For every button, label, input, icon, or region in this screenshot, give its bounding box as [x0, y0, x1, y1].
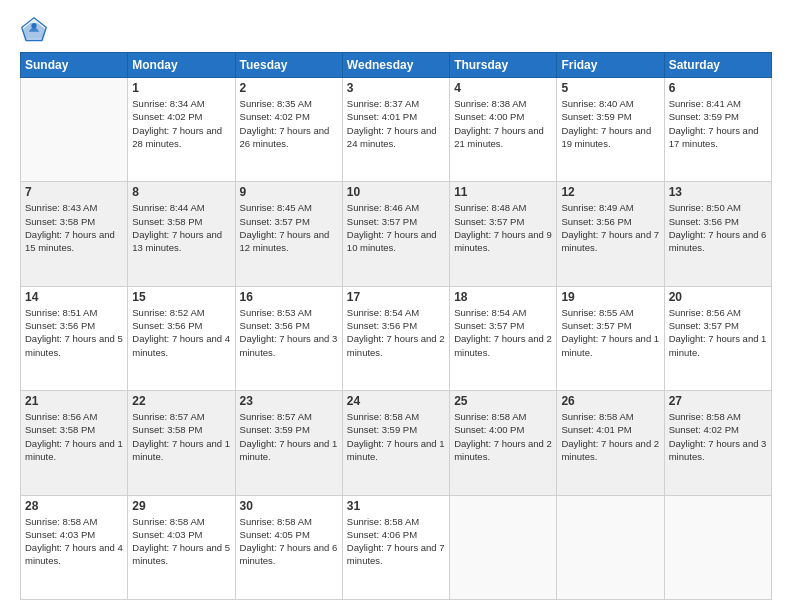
weekday-header-monday: Monday [128, 53, 235, 78]
calendar-day-cell: 22Sunrise: 8:57 AMSunset: 3:58 PMDayligh… [128, 391, 235, 495]
calendar-day-cell: 13Sunrise: 8:50 AMSunset: 3:56 PMDayligh… [664, 182, 771, 286]
day-number: 28 [25, 499, 123, 513]
day-info: Sunrise: 8:54 AMSunset: 3:56 PMDaylight:… [347, 306, 445, 359]
day-info: Sunrise: 8:40 AMSunset: 3:59 PMDaylight:… [561, 97, 659, 150]
day-number: 20 [669, 290, 767, 304]
day-number: 25 [454, 394, 552, 408]
calendar-day-cell: 9Sunrise: 8:45 AMSunset: 3:57 PMDaylight… [235, 182, 342, 286]
weekday-header-sunday: Sunday [21, 53, 128, 78]
day-info: Sunrise: 8:58 AMSunset: 4:01 PMDaylight:… [561, 410, 659, 463]
calendar-day-cell: 12Sunrise: 8:49 AMSunset: 3:56 PMDayligh… [557, 182, 664, 286]
day-info: Sunrise: 8:44 AMSunset: 3:58 PMDaylight:… [132, 201, 230, 254]
calendar-table: SundayMondayTuesdayWednesdayThursdayFrid… [20, 52, 772, 600]
day-number: 1 [132, 81, 230, 95]
day-info: Sunrise: 8:58 AMSunset: 3:59 PMDaylight:… [347, 410, 445, 463]
calendar-week-row: 7Sunrise: 8:43 AMSunset: 3:58 PMDaylight… [21, 182, 772, 286]
header [20, 16, 772, 44]
logo-icon [20, 16, 48, 44]
calendar-day-cell: 20Sunrise: 8:56 AMSunset: 3:57 PMDayligh… [664, 286, 771, 390]
day-number: 13 [669, 185, 767, 199]
calendar-day-cell [450, 495, 557, 599]
day-number: 27 [669, 394, 767, 408]
day-number: 7 [25, 185, 123, 199]
calendar-day-cell: 18Sunrise: 8:54 AMSunset: 3:57 PMDayligh… [450, 286, 557, 390]
calendar-day-cell: 8Sunrise: 8:44 AMSunset: 3:58 PMDaylight… [128, 182, 235, 286]
weekday-header-row: SundayMondayTuesdayWednesdayThursdayFrid… [21, 53, 772, 78]
day-number: 8 [132, 185, 230, 199]
calendar-week-row: 14Sunrise: 8:51 AMSunset: 3:56 PMDayligh… [21, 286, 772, 390]
day-info: Sunrise: 8:52 AMSunset: 3:56 PMDaylight:… [132, 306, 230, 359]
calendar-day-cell: 21Sunrise: 8:56 AMSunset: 3:58 PMDayligh… [21, 391, 128, 495]
day-number: 23 [240, 394, 338, 408]
day-info: Sunrise: 8:58 AMSunset: 4:03 PMDaylight:… [25, 515, 123, 568]
weekday-header-saturday: Saturday [664, 53, 771, 78]
day-info: Sunrise: 8:41 AMSunset: 3:59 PMDaylight:… [669, 97, 767, 150]
day-info: Sunrise: 8:38 AMSunset: 4:00 PMDaylight:… [454, 97, 552, 150]
calendar-day-cell: 29Sunrise: 8:58 AMSunset: 4:03 PMDayligh… [128, 495, 235, 599]
day-number: 15 [132, 290, 230, 304]
logo [20, 16, 52, 44]
day-number: 19 [561, 290, 659, 304]
day-info: Sunrise: 8:50 AMSunset: 3:56 PMDaylight:… [669, 201, 767, 254]
calendar-page: SundayMondayTuesdayWednesdayThursdayFrid… [0, 0, 792, 612]
calendar-day-cell: 26Sunrise: 8:58 AMSunset: 4:01 PMDayligh… [557, 391, 664, 495]
day-number: 29 [132, 499, 230, 513]
calendar-day-cell: 6Sunrise: 8:41 AMSunset: 3:59 PMDaylight… [664, 78, 771, 182]
day-info: Sunrise: 8:58 AMSunset: 4:00 PMDaylight:… [454, 410, 552, 463]
day-info: Sunrise: 8:58 AMSunset: 4:02 PMDaylight:… [669, 410, 767, 463]
day-number: 26 [561, 394, 659, 408]
day-number: 11 [454, 185, 552, 199]
calendar-day-cell: 5Sunrise: 8:40 AMSunset: 3:59 PMDaylight… [557, 78, 664, 182]
calendar-day-cell: 24Sunrise: 8:58 AMSunset: 3:59 PMDayligh… [342, 391, 449, 495]
day-info: Sunrise: 8:57 AMSunset: 3:59 PMDaylight:… [240, 410, 338, 463]
weekday-header-friday: Friday [557, 53, 664, 78]
calendar-day-cell: 14Sunrise: 8:51 AMSunset: 3:56 PMDayligh… [21, 286, 128, 390]
calendar-week-row: 28Sunrise: 8:58 AMSunset: 4:03 PMDayligh… [21, 495, 772, 599]
calendar-day-cell: 15Sunrise: 8:52 AMSunset: 3:56 PMDayligh… [128, 286, 235, 390]
day-number: 6 [669, 81, 767, 95]
day-info: Sunrise: 8:43 AMSunset: 3:58 PMDaylight:… [25, 201, 123, 254]
calendar-day-cell: 31Sunrise: 8:58 AMSunset: 4:06 PMDayligh… [342, 495, 449, 599]
day-number: 18 [454, 290, 552, 304]
calendar-day-cell [664, 495, 771, 599]
day-number: 30 [240, 499, 338, 513]
day-number: 10 [347, 185, 445, 199]
day-number: 14 [25, 290, 123, 304]
calendar-day-cell: 27Sunrise: 8:58 AMSunset: 4:02 PMDayligh… [664, 391, 771, 495]
day-number: 4 [454, 81, 552, 95]
calendar-day-cell: 28Sunrise: 8:58 AMSunset: 4:03 PMDayligh… [21, 495, 128, 599]
calendar-week-row: 1Sunrise: 8:34 AMSunset: 4:02 PMDaylight… [21, 78, 772, 182]
day-info: Sunrise: 8:48 AMSunset: 3:57 PMDaylight:… [454, 201, 552, 254]
calendar-day-cell: 2Sunrise: 8:35 AMSunset: 4:02 PMDaylight… [235, 78, 342, 182]
day-info: Sunrise: 8:56 AMSunset: 3:57 PMDaylight:… [669, 306, 767, 359]
day-info: Sunrise: 8:46 AMSunset: 3:57 PMDaylight:… [347, 201, 445, 254]
calendar-day-cell: 3Sunrise: 8:37 AMSunset: 4:01 PMDaylight… [342, 78, 449, 182]
calendar-day-cell [21, 78, 128, 182]
calendar-week-row: 21Sunrise: 8:56 AMSunset: 3:58 PMDayligh… [21, 391, 772, 495]
calendar-day-cell: 19Sunrise: 8:55 AMSunset: 3:57 PMDayligh… [557, 286, 664, 390]
day-number: 9 [240, 185, 338, 199]
calendar-day-cell: 23Sunrise: 8:57 AMSunset: 3:59 PMDayligh… [235, 391, 342, 495]
day-info: Sunrise: 8:54 AMSunset: 3:57 PMDaylight:… [454, 306, 552, 359]
calendar-day-cell: 16Sunrise: 8:53 AMSunset: 3:56 PMDayligh… [235, 286, 342, 390]
weekday-header-thursday: Thursday [450, 53, 557, 78]
day-info: Sunrise: 8:34 AMSunset: 4:02 PMDaylight:… [132, 97, 230, 150]
day-number: 16 [240, 290, 338, 304]
day-info: Sunrise: 8:56 AMSunset: 3:58 PMDaylight:… [25, 410, 123, 463]
day-info: Sunrise: 8:37 AMSunset: 4:01 PMDaylight:… [347, 97, 445, 150]
calendar-day-cell: 17Sunrise: 8:54 AMSunset: 3:56 PMDayligh… [342, 286, 449, 390]
day-info: Sunrise: 8:58 AMSunset: 4:03 PMDaylight:… [132, 515, 230, 568]
day-number: 31 [347, 499, 445, 513]
day-info: Sunrise: 8:45 AMSunset: 3:57 PMDaylight:… [240, 201, 338, 254]
weekday-header-wednesday: Wednesday [342, 53, 449, 78]
day-info: Sunrise: 8:58 AMSunset: 4:05 PMDaylight:… [240, 515, 338, 568]
weekday-header-tuesday: Tuesday [235, 53, 342, 78]
calendar-day-cell: 1Sunrise: 8:34 AMSunset: 4:02 PMDaylight… [128, 78, 235, 182]
day-number: 22 [132, 394, 230, 408]
day-number: 24 [347, 394, 445, 408]
day-number: 5 [561, 81, 659, 95]
day-number: 17 [347, 290, 445, 304]
calendar-day-cell: 4Sunrise: 8:38 AMSunset: 4:00 PMDaylight… [450, 78, 557, 182]
day-info: Sunrise: 8:51 AMSunset: 3:56 PMDaylight:… [25, 306, 123, 359]
day-number: 12 [561, 185, 659, 199]
